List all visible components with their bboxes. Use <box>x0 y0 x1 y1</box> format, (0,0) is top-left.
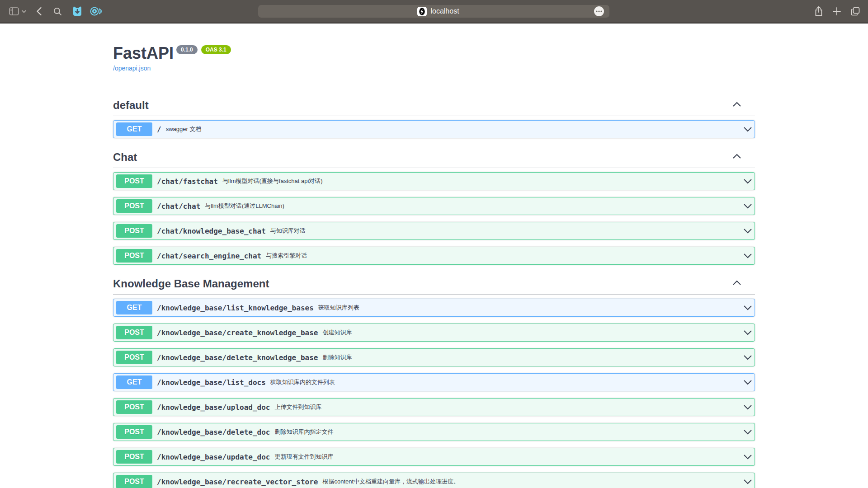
version-badge: 0.1.0 <box>176 45 198 54</box>
url-text: localhost <box>430 7 459 15</box>
extension-bear-icon[interactable] <box>72 5 83 17</box>
expand-chevron-down-icon[interactable] <box>743 202 752 210</box>
http-method-badge: POST <box>116 400 152 414</box>
http-method-badge: POST <box>116 475 152 488</box>
endpoint-path: /knowledge_base/delete_doc <box>157 428 270 436</box>
share-icon[interactable] <box>815 6 823 16</box>
endpoint-description: 根据content中文档重建向量库，流式输出处理进度。 <box>322 478 459 486</box>
expand-chevron-down-icon[interactable] <box>743 353 752 361</box>
section-title: Chat <box>113 150 137 164</box>
operation-row[interactable]: POST /knowledge_base/upload_doc 上传文件到知识库 <box>113 398 755 416</box>
http-method-badge: POST <box>116 249 152 263</box>
endpoint-description: 删除知识库内指定文件 <box>274 428 333 436</box>
http-method-badge: GET <box>116 301 152 314</box>
endpoint-path: /chat/chat <box>157 202 200 211</box>
api-section: Chat POST /chat/fastchat 与llm模型对话(直接与fas… <box>113 150 755 265</box>
http-method-badge: POST <box>116 174 152 188</box>
http-method-badge: POST <box>116 450 152 464</box>
sidebar-toggle-icon[interactable] <box>9 7 19 15</box>
endpoint-description: 更新现有文件到知识库 <box>274 453 333 461</box>
collapse-chevron-up-icon[interactable] <box>732 100 741 108</box>
endpoint-description: 删除知识库 <box>322 353 352 361</box>
operation-row[interactable]: POST /knowledge_base/delete_doc 删除知识库内指定… <box>113 423 755 441</box>
section-header[interactable]: Chat <box>113 150 755 168</box>
endpoint-path: /knowledge_base/create_knowledge_base <box>157 328 318 337</box>
http-method-badge: POST <box>116 199 152 213</box>
section-title: default <box>113 99 149 112</box>
expand-chevron-down-icon[interactable] <box>743 403 752 411</box>
operation-row[interactable]: GET /knowledge_base/list_knowledge_bases… <box>113 299 755 317</box>
operation-row[interactable]: POST /chat/search_engine_chat 与搜索引擎对话 <box>113 247 755 265</box>
operation-row[interactable]: POST /chat/fastchat 与llm模型对话(直接与fastchat… <box>113 172 755 190</box>
http-method-badge: POST <box>116 351 152 364</box>
search-icon[interactable] <box>53 7 62 16</box>
endpoint-description: 与知识库对话 <box>270 227 306 235</box>
expand-chevron-down-icon[interactable] <box>743 177 752 185</box>
site-favicon <box>417 7 427 16</box>
operation-row[interactable]: GET / swagger 文档 <box>113 120 755 138</box>
operation-row[interactable]: GET /knowledge_base/list_docs 获取知识库内的文件列… <box>113 373 755 391</box>
extension-rings-icon[interactable] <box>90 6 102 17</box>
operation-row[interactable]: POST /knowledge_base/recreate_vector_sto… <box>113 473 755 488</box>
endpoint-path: /knowledge_base/recreate_vector_store <box>157 478 318 486</box>
collapse-chevron-up-icon[interactable] <box>732 279 741 287</box>
section-header[interactable]: default <box>113 99 755 116</box>
endpoint-path: / <box>157 125 161 134</box>
endpoint-description: 上传文件到知识库 <box>274 403 321 411</box>
openapi-spec-link[interactable]: /openapi.json <box>113 65 755 72</box>
api-info: FastAPI0.1.0OAS 3.1 /openapi.json <box>113 23 755 72</box>
endpoint-description: swagger 文档 <box>166 125 202 133</box>
endpoint-description: 与llm模型对话(通过LLMChain) <box>205 202 284 210</box>
new-tab-icon[interactable] <box>833 7 841 15</box>
expand-chevron-down-icon[interactable] <box>743 378 752 386</box>
section-header[interactable]: Knowledge Base Management <box>113 277 755 295</box>
page-menu-ellipsis-icon[interactable] <box>594 6 604 16</box>
endpoint-description: 获取知识库内的文件列表 <box>270 378 335 386</box>
url-bar[interactable]: localhost <box>258 5 609 18</box>
expand-chevron-down-icon[interactable] <box>743 125 752 133</box>
endpoint-path: /knowledge_base/list_knowledge_bases <box>157 304 314 312</box>
http-method-badge: POST <box>116 224 152 238</box>
expand-chevron-down-icon[interactable] <box>743 453 752 461</box>
endpoint-description: 与搜索引擎对话 <box>266 252 307 260</box>
back-button-icon[interactable] <box>36 7 42 16</box>
endpoint-path: /chat/fastchat <box>157 177 218 186</box>
http-method-badge: POST <box>116 326 152 339</box>
endpoint-path: /knowledge_base/list_docs <box>157 378 266 387</box>
api-title: FastAPI0.1.0OAS 3.1 <box>113 43 755 63</box>
endpoint-description: 获取知识库列表 <box>318 304 359 312</box>
endpoint-path: /knowledge_base/delete_knowledge_base <box>157 353 318 362</box>
collapse-chevron-up-icon[interactable] <box>732 152 741 160</box>
operation-row[interactable]: POST /knowledge_base/create_knowledge_ba… <box>113 324 755 342</box>
expand-chevron-down-icon[interactable] <box>743 304 752 312</box>
api-section: Knowledge Base Management GET /knowledge… <box>113 277 755 488</box>
operation-row[interactable]: POST /chat/chat 与llm模型对话(通过LLMChain) <box>113 197 755 215</box>
endpoint-path: /knowledge_base/update_doc <box>157 453 270 461</box>
expand-chevron-down-icon[interactable] <box>743 252 752 260</box>
api-section: default GET / swagger 文档 <box>113 99 755 138</box>
browser-toolbar: localhost <box>0 0 868 23</box>
swagger-page: FastAPI0.1.0OAS 3.1 /openapi.json defaul… <box>0 23 868 488</box>
tab-overview-icon[interactable] <box>851 7 860 16</box>
endpoint-path: /knowledge_base/upload_doc <box>157 403 270 412</box>
http-method-badge: GET <box>116 375 152 389</box>
operation-row[interactable]: POST /knowledge_base/update_doc 更新现有文件到知… <box>113 448 755 466</box>
http-method-badge: GET <box>116 122 152 136</box>
http-method-badge: POST <box>116 425 152 439</box>
sidebar-chevron-icon[interactable] <box>22 10 26 13</box>
expand-chevron-down-icon[interactable] <box>743 428 752 436</box>
expand-chevron-down-icon[interactable] <box>743 227 752 235</box>
endpoint-description: 创建知识库 <box>322 328 352 337</box>
endpoint-path: /chat/search_engine_chat <box>157 252 261 260</box>
endpoint-path: /chat/knowledge_base_chat <box>157 227 266 235</box>
endpoint-description: 与llm模型对话(直接与fastchat api对话) <box>222 177 323 185</box>
expand-chevron-down-icon[interactable] <box>743 328 752 337</box>
operation-row[interactable]: POST /chat/knowledge_base_chat 与知识库对话 <box>113 222 755 240</box>
oas-badge: OAS 3.1 <box>201 45 231 54</box>
operation-row[interactable]: POST /knowledge_base/delete_knowledge_ba… <box>113 348 755 366</box>
expand-chevron-down-icon[interactable] <box>743 478 752 486</box>
section-title: Knowledge Base Management <box>113 277 269 290</box>
